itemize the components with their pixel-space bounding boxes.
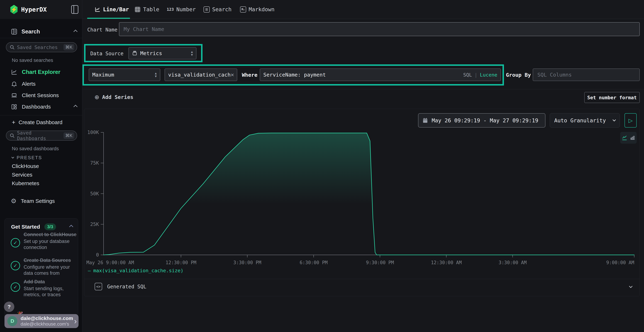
search-section-label: Search [22, 28, 40, 35]
123-icon: 123 [167, 7, 174, 12]
saved-dashboards-placeholder: Saved Dashboards [17, 130, 64, 141]
generated-sql-label: Generated SQL [107, 284, 146, 290]
app-title: HyperDX [21, 6, 47, 13]
sidebar-item-alerts[interactable]: Alerts [11, 80, 36, 87]
sidebar-header: ⚡ HyperDX [0, 0, 82, 19]
presets-toggle[interactable]: PRESETS [12, 155, 42, 160]
remove-metric-icon[interactable]: × [230, 71, 234, 78]
sidebar-item-label: Dashboards [22, 104, 51, 110]
laptop-icon [11, 92, 18, 99]
hyperdx-logo[interactable]: ⚡ HyperDX [10, 5, 47, 14]
gs-item-desc: Configure where your data comes from [24, 264, 76, 276]
tab-label: Markdown [249, 6, 274, 12]
preset-services[interactable]: Services [12, 172, 32, 178]
svg-text:12:30:00 PM: 12:30:00 PM [166, 260, 196, 265]
gs-item-desc: Set up your database connection [24, 238, 76, 250]
sidebar-section-dashboards[interactable]: Dashboards [11, 104, 77, 110]
sidebar-collapse-button[interactable] [71, 5, 78, 14]
panel-collapse-icon [71, 5, 78, 14]
svg-text:25K: 25K [90, 222, 99, 227]
svg-text:3:30:00 PM: 3:30:00 PM [233, 260, 261, 265]
table-grid-icon [134, 6, 140, 12]
presets-label: PRESETS [17, 155, 42, 160]
chart-name-input[interactable] [119, 22, 640, 36]
gs-item-data-sources[interactable]: Create Data Sources Configure where your… [24, 258, 76, 276]
help-button[interactable]: ? [4, 302, 14, 312]
group-by-label: Group By [506, 72, 531, 78]
sidebar-section-search[interactable]: Search [11, 28, 77, 35]
preset-clickhouse[interactable]: ClickHouse [12, 163, 39, 169]
sidebar-item-client-sessions[interactable]: Client Sessions [11, 92, 59, 99]
lucene-mode-toggle[interactable]: Lucene [480, 72, 497, 78]
create-dashboard-button[interactable]: + Create Dashboard [12, 119, 62, 126]
no-saved-searches-text: No saved searches [12, 58, 53, 63]
preset-kubernetes[interactable]: Kubernetes [12, 180, 39, 186]
data-source-select[interactable]: Metrics ▲▼ [128, 47, 196, 60]
tab-label: Search [212, 6, 232, 12]
sidebar-divider [0, 115, 82, 116]
main-content: Chart Name Data Source Metrics ▲▼ Maximu… [82, 19, 644, 332]
gs-item-add-data[interactable]: Add Data Start sending logs, metrics, or… [24, 279, 76, 298]
tab-line-bar[interactable]: Line/Bar [94, 0, 129, 19]
toggle-divider: | [474, 72, 477, 78]
svg-text:50K: 50K [90, 191, 99, 196]
search-icon [10, 44, 15, 50]
metric-chip[interactable]: visa_validation_cach × [164, 68, 237, 81]
bell-icon [11, 80, 18, 87]
sidebar: ⚡ HyperDX Search Saved Searches ⌘K No sa… [0, 0, 82, 332]
generated-sql-toggle[interactable]: <> Generated SQL [95, 283, 146, 290]
section-divider [82, 89, 644, 89]
plus-icon: + [12, 119, 16, 126]
sidebar-item-label: Chart Explorer [22, 69, 60, 75]
tab-markdown[interactable]: M↓ Markdown [240, 0, 274, 19]
sql-mode-toggle[interactable]: SQL [463, 72, 472, 78]
aggregation-select[interactable]: Maximum ▲▼ [89, 68, 160, 81]
chart-legend[interactable]: — max(visa_validation_cache.size) [88, 268, 183, 273]
dashboards-icon [11, 104, 18, 110]
where-label: Where [242, 72, 258, 78]
list-doc-icon [204, 6, 210, 12]
tab-number[interactable]: 123 Number [167, 0, 196, 19]
sidebar-item-chart-explorer[interactable]: Chart Explorer [11, 69, 60, 76]
chevron-right-icon: › [74, 317, 77, 325]
gs-item-connect[interactable]: Connect to ClickHouse Set up your databa… [24, 232, 76, 250]
active-tab-underline [87, 18, 130, 19]
svg-text:12:30:00 AM: 12:30:00 AM [431, 260, 462, 265]
tab-search[interactable]: Search [204, 0, 232, 19]
shortcut-badge: ⌘K [64, 132, 74, 139]
updown-chevrons-icon: ▲▼ [191, 50, 193, 56]
line-chart-icon [94, 6, 100, 12]
chart-panel: May 26 09:29:19 - May 27 09:29:19 Auto G… [84, 109, 640, 296]
gs-item-check: ✓ [11, 261, 20, 270]
get-started-progress-badge: 3/3 [44, 224, 56, 230]
saved-searches-input[interactable]: Saved Searches ⌘K [6, 42, 77, 52]
svg-text:3:30:00 AM: 3:30:00 AM [498, 260, 527, 265]
plus-circle-icon: ⊕ [94, 94, 99, 100]
avatar: D [7, 316, 17, 326]
svg-text:100K: 100K [87, 130, 99, 135]
svg-text:0: 0 [96, 252, 99, 258]
tab-table[interactable]: Table [134, 0, 159, 19]
saved-dashboards-input[interactable]: Saved Dashboards ⌘K [6, 130, 77, 140]
add-series-label: Add Series [102, 94, 134, 100]
storage-box-icon [132, 50, 138, 56]
metric-value: visa_validation_cach [168, 72, 230, 78]
legend-dash-icon: — [88, 268, 91, 273]
svg-text:75K: 75K [90, 160, 99, 166]
chevron-up-icon[interactable] [69, 225, 73, 229]
set-number-format-button[interactable]: Set number format [584, 92, 640, 103]
group-by-input[interactable] [533, 68, 640, 81]
where-value: ServiceName: payment [263, 72, 326, 78]
tab-label: Number [176, 6, 196, 12]
legend-series-label: max(visa_validation_cache.size) [93, 268, 183, 273]
create-dashboard-label: Create Dashboard [18, 119, 62, 126]
where-input[interactable]: ServiceName: payment SQL | Lucene [260, 68, 501, 81]
sidebar-item-label: Alerts [22, 81, 36, 87]
markdown-icon: M↓ [240, 6, 246, 12]
sidebar-item-team-settings[interactable]: ⚙ Team Settings [11, 198, 55, 204]
gs-item-check: ✓ [11, 238, 20, 248]
user-menu[interactable]: D dale@clickhouse.com dale@clickhouse.co… [4, 314, 78, 328]
add-series-button[interactable]: ⊕ Add Series [94, 94, 133, 100]
user-email: dale@clickhouse.com [20, 316, 74, 321]
sidebar-item-label: Client Sessions [22, 92, 59, 98]
